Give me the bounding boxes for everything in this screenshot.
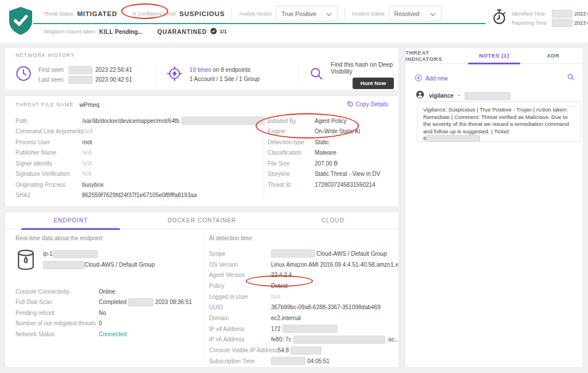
note-menu-button[interactable]: ...: [568, 101, 576, 109]
field-value: 172: [271, 325, 338, 333]
field-value: N/A: [271, 294, 281, 300]
server-cylinder-icon: [16, 248, 36, 274]
field-label: Originating Process: [16, 182, 82, 188]
redacted-box: [552, 19, 572, 27]
host-block: ip-1 Cloud-AWS / Default Group: [16, 248, 199, 274]
note-text: Vigilance: Suspicious | True Positive - …: [423, 106, 575, 143]
last-seen-row: Last seen 2023 00:42:51: [38, 75, 132, 84]
copy-details-button[interactable]: Copy Details: [347, 101, 388, 108]
field-value: 54.8: [278, 347, 322, 355]
field-label: Pending reboot: [16, 310, 99, 316]
tab-cloud[interactable]: CLOUD: [268, 212, 399, 229]
agent-version-row: Agent Version 22.4.2.4: [209, 270, 393, 280]
redacted-box: [283, 325, 338, 333]
clock-icon: [16, 66, 32, 84]
status-timeline: [33, 23, 486, 24]
reporting-time-value: 2023 00:41:32: [574, 20, 588, 26]
mitigation-row: Mitigation Actions taken: KILL Pending..…: [44, 26, 231, 37]
host-name-line: ip-1: [43, 248, 154, 259]
redacted-box: [271, 357, 305, 365]
threat-file-card: THREAT FILE NAME wPmeq Copy Details Path…: [5, 95, 399, 207]
field-label: Full Disk Scan: [16, 299, 99, 305]
field-label: Number of not mitigated threats: [16, 320, 99, 326]
field-label: Storyline: [268, 171, 315, 177]
threat-shield-icon: [7, 5, 34, 36]
notes-panel: THREAT INDICATORS NOTES (1) XDR Add new: [405, 47, 583, 368]
stopwatch-icon: [492, 9, 507, 28]
field-label: Console Connectivity: [16, 289, 99, 295]
seen-times-link[interactable]: 19 times: [189, 67, 211, 73]
field-value: ec2.internal: [271, 315, 301, 321]
network-history-title: NETWORK HISTORY: [16, 52, 75, 58]
tab-docker-container[interactable]: DOCKER CONTAINER: [136, 212, 267, 229]
field-value: busybox: [82, 182, 103, 188]
field-value: Cloud-AWS / Default Group: [271, 249, 386, 257]
detection-title: At detection time:: [209, 235, 393, 241]
field-label: Initiated By: [268, 118, 315, 124]
chevron-down-icon: [430, 10, 436, 17]
identified-time-value: 2023 00:41:32: [574, 11, 588, 17]
detection-type-row: Detection type Static: [268, 137, 390, 148]
incident-status-select[interactable]: Resolved: [389, 6, 442, 21]
tab-threat-indicators[interactable]: THREAT INDICATORS: [405, 48, 465, 63]
first-seen-value: 2023 22:56:41: [95, 67, 132, 73]
sig-verification-row: Signature Verification N/A: [16, 169, 257, 180]
threat-file-name: wPmeq: [79, 101, 99, 108]
subscription-time-row: Subscription Time 04:05:51: [209, 356, 393, 367]
domain-row: Domain ec2.internal: [209, 313, 393, 324]
endpoint-realtime-column: Real-time data about the endpoint: ip-1: [16, 235, 199, 340]
field-label: Path: [16, 118, 82, 124]
field-value: N/A: [82, 149, 92, 156]
tab-endpoint[interactable]: ENDPOINT: [5, 212, 136, 229]
endpoint-tabs: ENDPOINT DOCKER CONTAINER CLOUD: [5, 212, 399, 229]
logged-in-user-row: Logged In User N/A: [209, 291, 393, 302]
hunt-now-button[interactable]: Hunt Now: [353, 78, 394, 89]
deep-visibility-section: Find this hash on Deep Visibility Hunt N…: [298, 63, 399, 87]
mitigation-quarantined: QUARANTINED: [157, 28, 207, 35]
field-value: N/A: [82, 160, 92, 167]
magnifier-icon: [309, 66, 324, 83]
network-status-link[interactable]: Connected: [99, 331, 126, 337]
field-value: No: [99, 310, 106, 316]
redacted-box: [291, 347, 322, 355]
ai-confidence-value: SUSPICIOUS: [179, 10, 225, 17]
field-value: N/A: [83, 128, 93, 134]
host-group-line: Cloud-AWS / Default Group: [43, 259, 154, 270]
host-name-prefix: ip-1: [43, 251, 53, 257]
field-value: 22.4.2.4: [271, 272, 292, 278]
field-label: Threat Id: [268, 182, 315, 188]
last-seen-value: 2023 00:42:51: [95, 76, 132, 83]
person-circle-icon: [416, 90, 424, 101]
add-new-row: Add new: [415, 73, 575, 83]
seen-scope-text: 1 Account / 1 Site / 1 Group: [189, 75, 260, 84]
incident-status-label: Incident Status:: [352, 11, 386, 17]
full-disk-scan-row: Full Disk Scan Completed 2023 08:36:51: [16, 297, 199, 308]
field-value: Agent Policy: [315, 118, 347, 124]
search-icon[interactable]: [567, 73, 575, 83]
divider: [345, 7, 345, 20]
analyst-verdict-value: True Positive: [281, 10, 316, 17]
chevron-down-icon: [326, 10, 332, 17]
field-label: Policy: [209, 283, 271, 289]
field-value: 862559f7629fd24f37f1e67105e0f8fffa8193aa: [82, 192, 197, 198]
field-label: Domain: [209, 315, 271, 321]
ipv4-row: IP v4 Address 172: [209, 324, 393, 334]
redacted-box: [426, 135, 480, 142]
mitigation-kill-status: Pending...: [115, 29, 142, 35]
network-status-row: Network Status Connected: [16, 329, 199, 340]
add-new-button[interactable]: Add new: [415, 74, 448, 83]
threat-file-right-column: Initiated By Agent Policy Engine On-Writ…: [268, 116, 390, 190]
network-history-card: NETWORK HISTORY First seen 2023 22:56:41: [5, 47, 399, 91]
endpoint-detection-column: At detection time: Scope Cloud-AWS / Def…: [209, 235, 393, 367]
path-row: Path /var/lib/docker/devicemapper/mnt/64…: [16, 116, 257, 126]
redacted-box: [53, 250, 98, 258]
redacted-box: [128, 298, 153, 306]
panel-tabs: THREAT INDICATORS NOTES (1) XDR: [405, 48, 583, 64]
tab-notes[interactable]: NOTES (1): [465, 48, 524, 63]
threat-status-value: MITIGATED: [77, 10, 117, 17]
analyst-verdict-select[interactable]: True Positive: [276, 6, 338, 21]
tab-xdr[interactable]: XDR: [524, 48, 583, 63]
first-seen-row: First seen 2023 22:56:41: [38, 65, 132, 75]
field-label: Console Visible IP Address: [209, 347, 278, 353]
field-label: UUID: [209, 304, 271, 310]
